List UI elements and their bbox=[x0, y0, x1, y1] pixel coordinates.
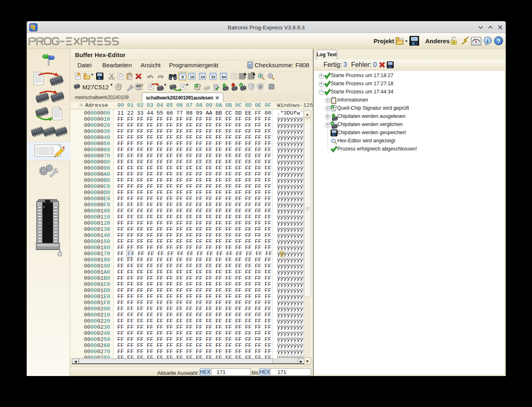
svg-text:1234: 1234 bbox=[231, 72, 237, 76]
svg-text:24: 24 bbox=[200, 75, 205, 79]
svg-text:3.3V: 3.3V bbox=[137, 87, 141, 90]
svg-text:1: 1 bbox=[43, 205, 45, 209]
svg-text:64: 64 bbox=[222, 75, 226, 79]
svg-text:i: i bbox=[487, 38, 488, 44]
svg-text:32: 32 bbox=[211, 75, 215, 79]
svg-text:8: 8 bbox=[182, 75, 184, 79]
svg-text:H: H bbox=[235, 76, 237, 79]
svg-text:L: L bbox=[231, 76, 233, 79]
svg-text:16: 16 bbox=[190, 75, 194, 79]
svg-text:?: ? bbox=[497, 38, 500, 44]
